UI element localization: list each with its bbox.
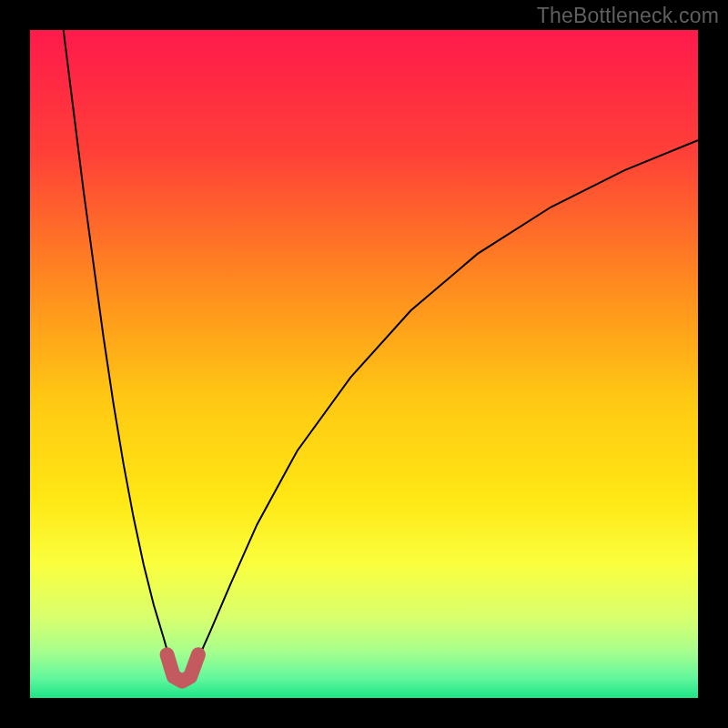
chart-frame: TheBottleneck.com xyxy=(0,0,728,728)
chart-svg xyxy=(30,30,698,698)
gradient-background xyxy=(30,30,698,698)
plot-area xyxy=(30,30,698,698)
watermark-text: TheBottleneck.com xyxy=(537,4,719,28)
